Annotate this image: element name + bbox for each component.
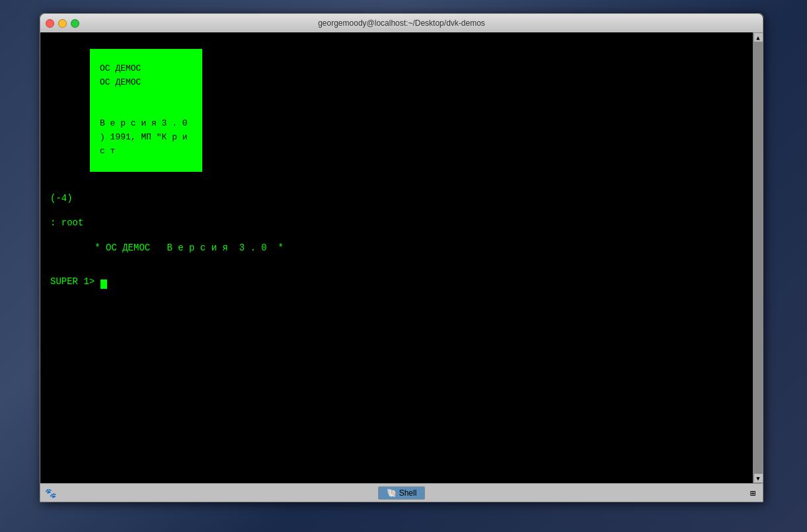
shell-label: Shell (399, 488, 417, 498)
scroll-track (753, 42, 763, 473)
shell-icon: 🐚 (387, 488, 397, 498)
term-line-root: : root (50, 217, 756, 230)
term-prompt: SUPER 1> (50, 276, 756, 289)
bottom-left-icon: 🐾 (44, 486, 57, 500)
bottom-bar: 🐾 🐚 Shell ⊞ (40, 483, 763, 502)
splash-line-2: ОС ДЕМОС (100, 76, 192, 90)
splash-line-3 (100, 90, 192, 104)
bottom-right-icon: ⊞ (746, 486, 759, 500)
minimize-button[interactable] (58, 19, 67, 28)
terminal-window: georgemoody@localhost:~/Desktop/dvk-demo… (40, 13, 763, 502)
splash-line-5: В е р с и я 3 . 0 (100, 117, 192, 131)
gap-2 (50, 206, 756, 215)
cursor (100, 280, 107, 289)
shell-button[interactable]: 🐚 Shell (378, 486, 426, 500)
splash-line-6: ) 1991, МП "К р и с т (100, 131, 192, 159)
window-title: georgemoody@localhost:~/Desktop/dvk-demo… (318, 19, 485, 28)
gap-1 (50, 182, 756, 191)
splash-line-1: ОС ДЕМОС (100, 62, 192, 76)
close-button[interactable] (46, 19, 54, 28)
term-line-error: (-4) (50, 192, 756, 206)
splash-screen: ОС ДЕМОС ОС ДЕМОС В е р с и я 3 . 0 ) 19… (90, 49, 202, 172)
gap-5 (50, 265, 756, 274)
terminal-body: ОС ДЕМОС ОС ДЕМОС В е р с и я 3 . 0 ) 19… (40, 32, 763, 483)
window-buttons (46, 19, 79, 28)
scroll-up-arrow[interactable]: ▲ (753, 32, 763, 42)
gap-4 (50, 256, 756, 265)
scroll-down-arrow[interactable]: ▼ (753, 473, 763, 483)
title-bar: georgemoody@localhost:~/Desktop/dvk-demo… (40, 14, 763, 32)
gap-3 (50, 231, 756, 241)
terminal-content[interactable]: ОС ДЕМОС ОС ДЕМОС В е р с и я 3 . 0 ) 19… (40, 32, 763, 483)
term-line-version: * ОС ДЕМОС В е р с и я 3 . 0 * (50, 242, 756, 255)
maximize-button[interactable] (71, 19, 79, 28)
splash-line-4 (100, 103, 192, 117)
right-scrollbar: ▲ ▼ (753, 32, 763, 483)
